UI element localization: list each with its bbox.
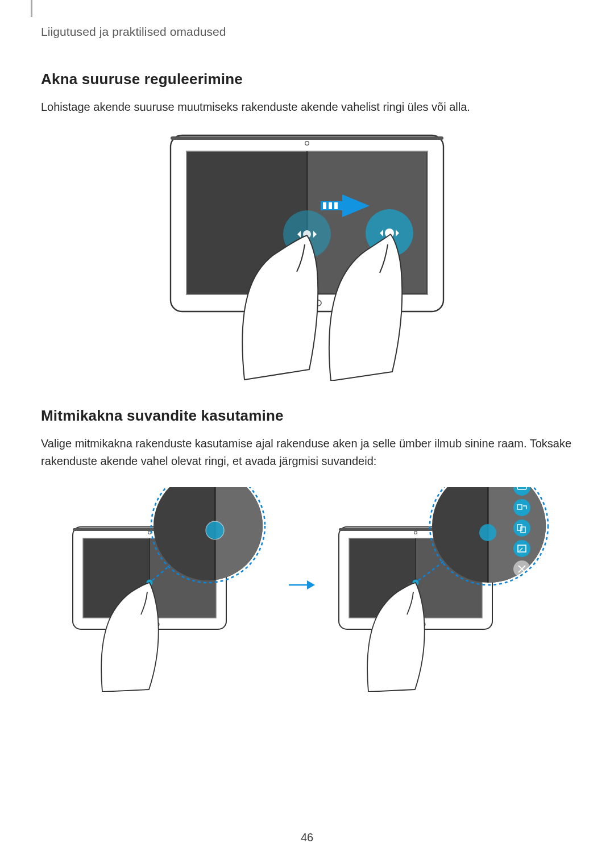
section-heading-2: Mitmikakna suvandite kasutamine — [41, 407, 573, 425]
svg-point-46 — [479, 524, 496, 541]
figure-multiwindow-options — [41, 487, 573, 692]
tablet-options-open-illustration — [321, 487, 559, 692]
section-body-2: Valige mitmikakna rakenduste kasutamise … — [41, 435, 573, 470]
page-number: 46 — [0, 831, 614, 844]
svg-rect-13 — [329, 202, 332, 209]
running-header: Liigutused ja praktilised omadused — [41, 25, 573, 39]
tablet-drag-illustration — [165, 131, 449, 381]
tablet-tap-ring-illustration — [55, 487, 282, 692]
manual-page: Liigutused ja praktilised omadused Akna … — [0, 0, 614, 868]
svg-rect-12 — [323, 202, 326, 209]
section-heading-1: Akna suuruse reguleerimine — [41, 70, 573, 88]
svg-rect-14 — [334, 202, 338, 209]
svg-rect-27 — [216, 487, 282, 589]
svg-marker-32 — [307, 580, 315, 589]
sequence-arrow-icon — [288, 578, 315, 592]
figure-resize-window — [41, 131, 573, 381]
svg-rect-1 — [171, 136, 443, 140]
page-side-marker — [31, 0, 32, 17]
section-body-1: Lohistage akende suuruse muutmiseks rake… — [41, 98, 573, 116]
